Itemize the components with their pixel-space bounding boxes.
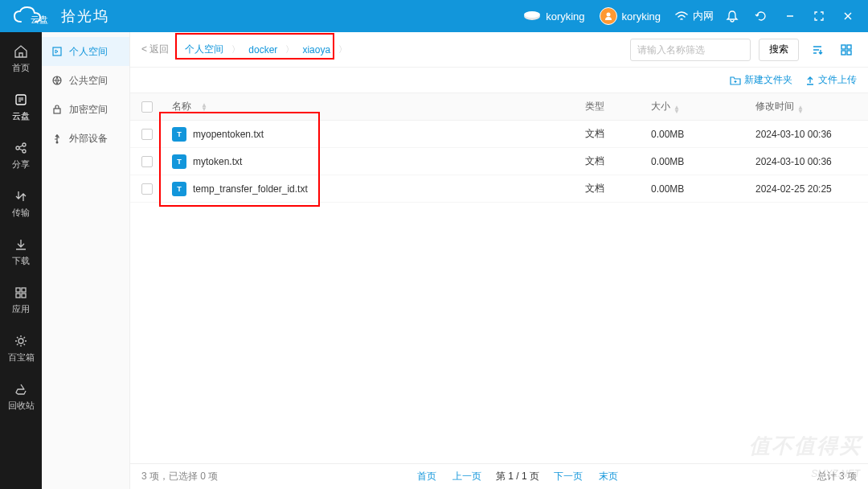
breadcrumb-1[interactable]: docker: [244, 44, 282, 55]
sidebar: 个人空间 公共空间 加密空间 外部设备: [42, 32, 130, 489]
svg-point-9: [23, 150, 26, 153]
svg-rect-21: [841, 45, 845, 49]
device-selector[interactable]: koryking: [523, 10, 584, 23]
footer: 3 项，已选择 0 项 首页 上一页 第 1 / 1 页 下一页 末页 总计 3…: [130, 463, 868, 489]
svg-point-2: [606, 13, 610, 17]
row-checkbox[interactable]: [141, 129, 153, 140]
back-button[interactable]: < 返回: [141, 43, 169, 56]
total-count: 总计 3 项: [817, 470, 857, 483]
table-row[interactable]: Tmyopentoken.txt 文档 0.00MB 2024-03-10 00…: [130, 121, 868, 148]
rail-transfer[interactable]: 传输: [0, 185, 42, 222]
file-size: 0.00MB: [651, 129, 755, 140]
rail-download[interactable]: 下载: [0, 233, 42, 270]
file-type: 文档: [585, 182, 651, 195]
svg-point-16: [18, 339, 23, 343]
sidebar-item-encrypted[interactable]: 加密空间: [42, 95, 129, 124]
toolbar: < 返回 个人空间 〉 docker 〉 xiaoya 〉 搜索: [130, 32, 868, 68]
avatar: [600, 7, 617, 25]
file-size: 0.00MB: [651, 156, 755, 167]
refresh-icon[interactable]: [751, 6, 772, 27]
svg-rect-12: [16, 288, 20, 292]
page-prev[interactable]: 上一页: [452, 470, 481, 483]
file-type: 文档: [585, 127, 651, 141]
svg-rect-19: [54, 109, 60, 113]
search-input[interactable]: [630, 39, 751, 61]
upload-button[interactable]: 文件上传: [805, 73, 857, 87]
device-icon: [523, 10, 541, 22]
svg-point-20: [56, 142, 59, 144]
svg-rect-22: [847, 45, 851, 49]
page-first[interactable]: 首页: [417, 470, 436, 483]
breadcrumb-0[interactable]: 个人空间: [180, 43, 228, 56]
sort-icon: ▲▼: [797, 105, 804, 113]
view-toggle-button[interactable]: [836, 39, 857, 60]
lock-icon: [51, 104, 63, 115]
table-row[interactable]: Ttemp_transfer_folder_id.txt 文档 0.00MB 2…: [130, 175, 868, 203]
usb-icon: [51, 133, 63, 144]
sidebar-item-personal[interactable]: 个人空间: [42, 37, 129, 66]
svg-rect-24: [847, 51, 851, 55]
col-header-time[interactable]: 修改时间▲▼: [755, 100, 857, 113]
rail-cloud[interactable]: 云盘: [0, 88, 42, 125]
rail-toolbox[interactable]: 百宝箱: [0, 330, 42, 367]
chevron-right-icon: 〉: [338, 43, 347, 55]
txt-file-icon: T: [172, 182, 186, 196]
notification-icon[interactable]: [722, 6, 743, 27]
page-current: 第 1 / 1 页: [496, 470, 539, 483]
table-header: 名称▲▼ 类型 大小▲▼ 修改时间▲▼: [130, 93, 868, 121]
sort-icon: ▲▼: [201, 103, 207, 111]
close-button[interactable]: [837, 6, 858, 27]
file-name: mytoken.txt: [193, 156, 242, 167]
network-label: 内网: [693, 9, 714, 23]
chevron-right-icon: 〉: [231, 43, 240, 55]
titlebar: 云盘 拾光坞 koryking koryking 内网: [0, 0, 868, 32]
svg-point-7: [16, 146, 19, 150]
row-checkbox[interactable]: [141, 183, 153, 195]
rail-share[interactable]: 分享: [0, 137, 42, 174]
sidebar-item-external[interactable]: 外部设备: [42, 124, 129, 153]
select-all-checkbox[interactable]: [141, 101, 153, 113]
upload-icon: [805, 76, 815, 85]
svg-rect-17: [53, 47, 61, 55]
breadcrumb-2[interactable]: xiaoya: [297, 44, 335, 55]
svg-rect-23: [841, 51, 845, 55]
file-time: 2024-03-10 00:36: [755, 156, 857, 167]
user-name: koryking: [622, 10, 661, 23]
rail-recycle[interactable]: 回收站: [0, 378, 42, 415]
col-header-name[interactable]: 名称▲▼: [166, 100, 585, 113]
logo-main: 拾光坞: [61, 6, 109, 26]
file-type: 文档: [585, 154, 651, 168]
new-folder-button[interactable]: 新建文件夹: [730, 73, 792, 87]
file-size: 0.00MB: [651, 183, 755, 195]
nav-rail: 首页 云盘 分享 传输 下载 应用 百宝箱 回收站: [0, 32, 42, 489]
sidebar-item-public[interactable]: 公共空间: [42, 66, 129, 95]
svg-point-1: [524, 11, 540, 18]
user-menu[interactable]: koryking: [600, 7, 661, 25]
txt-file-icon: T: [172, 127, 186, 142]
selection-status: 3 项，已选择 0 项: [141, 470, 218, 483]
col-header-type[interactable]: 类型: [585, 100, 651, 113]
logo-sub: 云盘: [31, 14, 48, 26]
svg-line-10: [19, 146, 23, 147]
folder-plus-icon: [730, 76, 741, 85]
search-button[interactable]: 搜索: [759, 39, 799, 61]
personal-icon: [51, 46, 63, 57]
sort-toggle-button[interactable]: [807, 39, 828, 60]
sort-icon: ▲▼: [674, 105, 680, 113]
file-name: myopentoken.txt: [193, 129, 264, 140]
page-next[interactable]: 下一页: [554, 470, 583, 483]
txt-file-icon: T: [172, 154, 186, 169]
rail-apps[interactable]: 应用: [0, 281, 42, 318]
network-status[interactable]: 内网: [675, 9, 714, 23]
page-last[interactable]: 末页: [599, 470, 618, 483]
row-checkbox[interactable]: [141, 156, 153, 167]
svg-rect-13: [22, 288, 26, 292]
col-header-size[interactable]: 大小▲▼: [651, 100, 755, 113]
action-bar: 新建文件夹 文件上传: [130, 68, 868, 93]
rail-home[interactable]: 首页: [0, 40, 42, 77]
wifi-icon: [675, 11, 688, 21]
maximize-button[interactable]: [809, 6, 829, 27]
table-row[interactable]: Tmytoken.txt 文档 0.00MB 2024-03-10 00:36: [130, 148, 868, 175]
svg-line-11: [19, 149, 23, 150]
minimize-button[interactable]: [780, 6, 800, 27]
